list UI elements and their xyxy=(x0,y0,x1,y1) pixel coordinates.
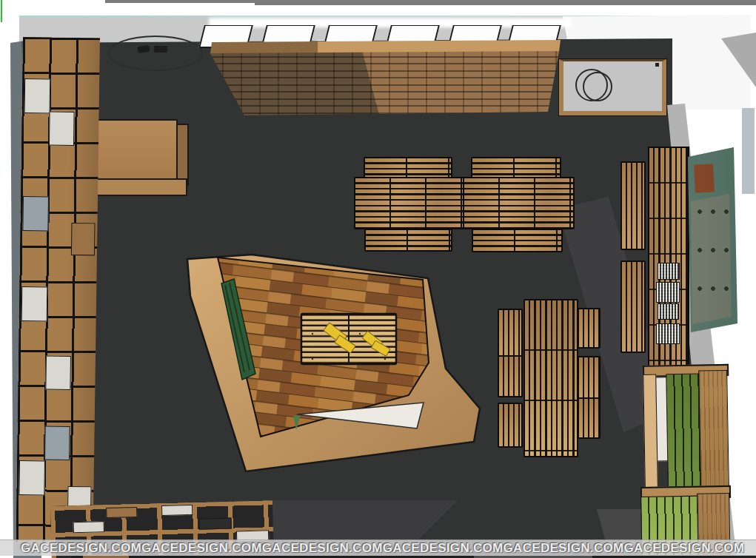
shelf-white-cube xyxy=(21,286,48,321)
vertical-bench xyxy=(498,355,523,397)
mesh-basket xyxy=(658,303,679,320)
watermark-text: GACEDESIGN.COM xyxy=(21,541,141,556)
watermark-text: GACEDESIGN.COM xyxy=(141,541,262,556)
table-left xyxy=(354,177,465,229)
green-axis-line xyxy=(1,0,2,22)
watermark-text: GACEDESIGN.COM xyxy=(383,541,504,556)
wall-slat-panel-lower xyxy=(620,260,646,353)
watermark-text: GACEDESIGN.COM xyxy=(504,541,624,556)
vertical-bench xyxy=(578,356,601,399)
top-gray-bar-left xyxy=(105,0,255,3)
basin-circle-inner xyxy=(583,72,612,101)
vertical-bench xyxy=(578,308,601,349)
watermark-strip: GACEDESIGN.COM GACEDESIGN.COM GACEDESIGN… xyxy=(0,539,756,556)
central-wood-platform xyxy=(178,246,489,483)
shelf-gray-cube xyxy=(22,196,49,231)
cabinet-dot xyxy=(655,63,659,67)
shelf-white-cube xyxy=(45,355,71,389)
mesh-basket xyxy=(658,263,680,280)
mesh-basket xyxy=(656,282,680,303)
table-right xyxy=(463,177,575,229)
entrance-oval-mat xyxy=(108,36,203,71)
bottom-shelf-white-cell xyxy=(161,505,193,516)
long-vertical-table xyxy=(523,299,578,457)
shelf-wood-cube xyxy=(71,223,96,255)
green-cabinet xyxy=(638,364,731,558)
corner-cabinet-box xyxy=(559,59,666,115)
bottom-shelf-white-cell xyxy=(73,521,104,533)
watermark-text: GACEDESIGN.COM xyxy=(623,541,744,556)
bench-top-right xyxy=(471,157,561,178)
desk-side-face xyxy=(176,124,189,186)
left-cube-shelf-wall xyxy=(16,37,100,542)
vertical-bench xyxy=(578,397,601,439)
cabinet-wood-face-upper xyxy=(698,370,729,491)
bottom-shelf-dark-cell xyxy=(199,518,232,530)
wall-slat-panel-upper xyxy=(620,161,646,250)
top-gray-bar-right xyxy=(255,0,756,5)
bench-top-left xyxy=(364,157,452,178)
cabinet-green-upper xyxy=(666,374,702,488)
shelf-gray-cube xyxy=(44,426,70,460)
shelf-white-cube xyxy=(24,78,51,113)
bottom-shelf-wood-cell xyxy=(106,507,137,518)
rendered-interior-scene: GACEDESIGN.COM GACEDESIGN.COM GACEDESIGN… xyxy=(0,0,756,558)
watermark-text: GACEDESIGN.COM xyxy=(262,541,383,556)
slipper-right xyxy=(154,46,167,53)
mesh-basket xyxy=(656,323,680,344)
shelf-white-cube xyxy=(19,460,45,495)
shelf-white-cube xyxy=(49,112,75,146)
vertical-bench xyxy=(498,403,523,448)
desk-top xyxy=(86,119,178,180)
desk-front-band xyxy=(94,178,187,196)
right-glass-strip xyxy=(742,108,755,194)
vertical-bench xyxy=(498,309,523,357)
